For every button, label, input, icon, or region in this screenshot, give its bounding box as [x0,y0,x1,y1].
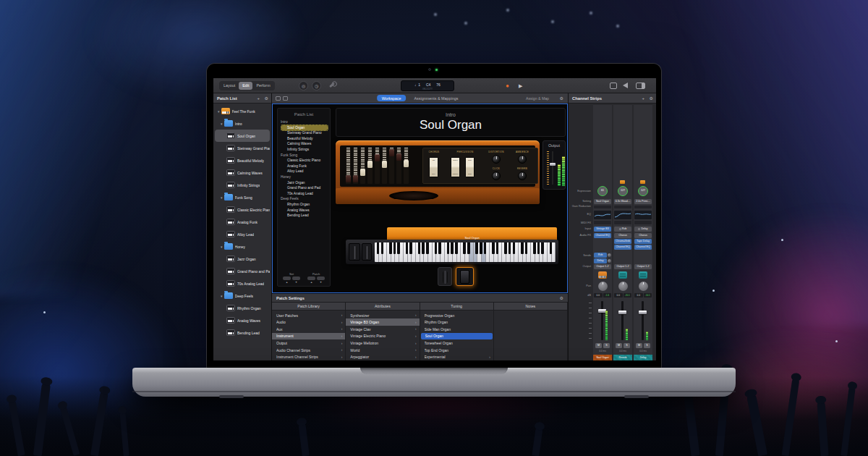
patch-prev-button[interactable] [307,276,315,280]
patch-item-analog-waves[interactable]: Analog Waves [281,208,328,214]
disclosure-icon[interactable]: ▾ [221,122,223,126]
reverb-knob[interactable] [518,172,527,180]
send-knob[interactable] [608,253,611,257]
library-item-tonewheel-organ[interactable]: Tonewheel Organ [420,339,493,347]
library-item-side-man-organ[interactable]: Side Man Organ [420,326,493,333]
piano-key-black[interactable] [509,242,511,254]
library-item-rhythm-organ[interactable]: Rhythm Organ [420,318,493,326]
piano-key-black[interactable] [406,242,409,254]
piano-key-black[interactable] [504,242,507,254]
sidebar-item-rhythm-organ[interactable]: Rhythm Organ [215,302,270,314]
patch-list-gear-icon[interactable]: ⚙ [265,93,268,104]
expression-knob[interactable]: 127 [618,186,628,196]
strip-name-plate[interactable]: Reverb [613,355,632,360]
patch-item-bending-lead[interactable]: Bending Lead [281,213,328,219]
drawbar[interactable] [396,148,401,184]
patch-item-calming-waves[interactable]: Calming Waves [281,141,328,147]
eq-display[interactable] [634,211,652,219]
volume-fader[interactable] [613,300,632,341]
library-item-vintage-b3-organ[interactable]: Vintage B3 Organ› [346,318,419,326]
input-slot[interactable]: Vintage B3 [594,227,611,232]
piano-key-black[interactable] [480,242,482,254]
send-slot[interactable]: Rvb [594,253,611,258]
piano-key[interactable] [552,242,556,262]
assign-map-button[interactable]: Assign & Map [526,96,549,101]
layout-mode-button[interactable]: Layout [220,82,239,90]
library-item-world[interactable]: World› [346,347,419,354]
library-item-arpeggiator[interactable]: Arpeggiator› [346,353,419,360]
fader-cap[interactable] [639,311,647,314]
drawbar[interactable] [404,148,409,184]
piano-key-black[interactable] [418,242,421,254]
tab-attributes[interactable]: Attributes [346,303,420,311]
patch-item-analog-funk[interactable]: Analog Funk [281,164,328,169]
monitor-icon[interactable] [276,96,281,101]
disclosure-icon[interactable]: ▾ [221,195,223,200]
patch-item-70s-analog-lead[interactable]: 70s Analog Lead [281,191,328,197]
audio-fx-slot[interactable]: Channel EQ [614,245,631,250]
sidebar-concert-feel-the-funk[interactable]: ▾Feel The Funk [215,105,270,117]
tab-notes[interactable]: Notes [494,303,568,311]
library-item-output[interactable]: Output› [272,339,345,347]
library-item-aux[interactable]: Aux› [272,326,345,333]
channel-strips-gear-icon[interactable]: ⚙ [650,93,653,104]
sidebar-item-steinway-grand-piano[interactable]: Steinway Grand Piano [215,142,270,154]
sidebar-folder-intro[interactable]: ▾Intro [215,117,270,130]
output-fader-cap[interactable] [550,163,556,166]
edit-mode-button[interactable]: Edit [239,82,252,90]
strip-name-plate[interactable]: Delay [634,355,652,360]
audio-fx-slot[interactable]: Chorus [614,233,631,238]
input-slot[interactable]: Delay [634,227,652,232]
patch-item-infinity-strings[interactable]: Infinity Strings [281,147,328,153]
piano-key-black[interactable] [422,242,425,254]
send-slot[interactable]: Delay [594,258,611,263]
patch-settings-gear-icon[interactable]: ⚙ [560,294,563,303]
set-prev-button[interactable] [283,276,291,280]
audio-fx-slot[interactable]: Chorus [634,233,652,238]
tab-workspace[interactable]: Workspace [377,95,407,101]
piano-key-black[interactable] [513,242,516,254]
workspace-gear-icon[interactable]: ⚙ [560,96,563,101]
strip-name-plate[interactable]: Soul Organ [593,355,612,360]
piano-key-black[interactable] [389,242,392,254]
perform-mode-button[interactable]: Perform [252,82,273,90]
library-item-instrument[interactable]: Instrument› [272,333,345,340]
sidebar-item-jazz-organ[interactable]: Jazz Organ [215,253,270,265]
drawbar[interactable] [375,148,380,184]
ambience-knob[interactable] [518,155,527,164]
output-button[interactable]: Output 1-2 [594,264,611,269]
sidebar-item-alloy-lead[interactable]: Alloy Lead [215,228,270,240]
drawbar[interactable] [389,148,394,184]
piano-key-black[interactable] [537,242,540,254]
piano-key-black[interactable] [525,242,528,254]
piano-key-black[interactable] [447,242,450,254]
piano-key-black[interactable] [467,242,470,254]
drawbar[interactable] [346,148,351,184]
sidebar-item-infinity-strings[interactable]: Infinity Strings [215,179,270,191]
piano-key-black[interactable] [455,242,458,254]
piano-key-black[interactable] [435,242,438,254]
add-strip-button[interactable]: + [642,93,644,104]
tab-tuning[interactable]: Tuning [420,303,494,311]
patch-item-beautiful-melody[interactable]: Beautiful Melody [281,136,328,142]
sidebar-item-70s-analog-lead[interactable]: 70s Analog Lead [215,277,270,290]
piano-key-black[interactable] [426,242,429,254]
library-item-audio-channel-strips[interactable]: Audio Channel Strips› [272,347,345,354]
setting-button[interactable]: 0.3s Wood… [614,199,631,204]
piano-key-black[interactable] [393,242,396,254]
drawbar[interactable] [382,148,387,184]
piano-key-black[interactable] [484,242,487,254]
audio-fx-slot[interactable]: Channel EQ [634,245,652,250]
percussion-soft-switch[interactable]: SOFT NORM [451,157,460,177]
library-item-soul-organ[interactable]: Soul Organ [421,333,493,340]
fader-cap[interactable] [618,311,626,314]
mute-button[interactable]: M [595,343,602,348]
sidebar-item-classic-electric-piano[interactable]: Classic Electric Piano [215,203,270,216]
pan-knob[interactable] [598,282,608,291]
solo-button[interactable]: S [624,343,630,348]
keyboard-icon[interactable] [283,96,288,101]
send-button[interactable]: Delay [594,258,607,263]
pan-knob[interactable] [618,282,628,291]
library-item-experimental[interactable]: Experimental› [420,353,493,360]
piano-key-black[interactable] [533,242,536,254]
